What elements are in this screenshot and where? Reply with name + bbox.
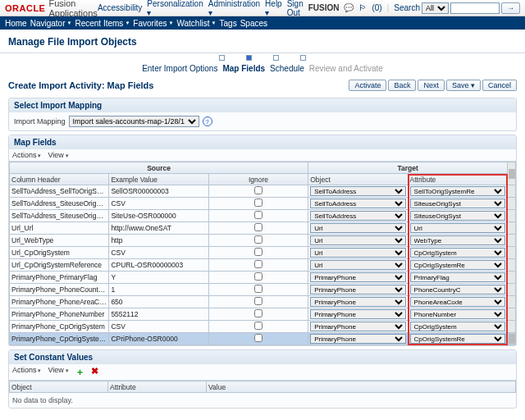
nav-favorites[interactable]: Favorites▼ [133, 19, 173, 28]
table-row[interactable]: SellToAddress_SiteuseOrigSystemCSVSellTo… [10, 198, 516, 210]
wiz-dot-2[interactable] [246, 55, 252, 61]
th-object[interactable]: Object [308, 174, 408, 185]
table-row[interactable]: SellToAddress_SiteuseOrigSystemRefSiteUs… [10, 210, 516, 222]
scroll-track[interactable] [508, 296, 516, 308]
scroll-track[interactable] [508, 185, 516, 198]
actions-menu[interactable]: Actions [12, 151, 41, 159]
cell-object[interactable]: Url [308, 222, 408, 235]
cell-attribute[interactable]: SiteuseOrigSyst [408, 210, 507, 222]
nav-tags[interactable]: Tags [220, 19, 237, 28]
search-input[interactable] [450, 2, 500, 14]
th-column-header[interactable]: Column Header [10, 174, 109, 185]
link-signout[interactable]: Sign Out [287, 0, 304, 17]
table-row[interactable]: Url_WebTypehttpUrlWebType [10, 235, 516, 247]
scroll-track[interactable] [508, 333, 516, 345]
cell-object[interactable]: PrimaryPhone [308, 284, 408, 296]
cell-object[interactable]: PrimaryPhone [308, 333, 408, 345]
scroll-track[interactable] [508, 259, 516, 272]
cell-object[interactable]: Url [308, 235, 408, 247]
cell-object[interactable]: SellToAddress [308, 198, 408, 210]
cell-object[interactable]: Url [308, 247, 408, 259]
cell-ignore[interactable] [208, 284, 308, 296]
cell-ignore[interactable] [208, 222, 308, 235]
help-icon[interactable]: ? [203, 116, 212, 126]
cell-attribute[interactable]: PrimaryFlag [408, 272, 507, 284]
flag-icon[interactable]: 🏳 [358, 3, 367, 12]
table-row[interactable]: PrimaryPhone_PhoneCountryCode1PrimaryPho… [10, 284, 516, 296]
import-mapping-select[interactable]: Import sales-accounts-map-1/28/1 [69, 116, 199, 127]
nav-watchlist[interactable]: Watchlist▼ [176, 19, 216, 28]
cell-ignore[interactable] [208, 321, 308, 333]
cell-ignore[interactable] [208, 259, 308, 272]
table-row[interactable]: PrimaryPhone_CpOrigSystemReferenceCPriPh… [10, 333, 516, 345]
cell-attribute[interactable]: SiteuseOrigSyst [408, 198, 507, 210]
const-actions-menu[interactable]: Actions [12, 366, 41, 378]
cell-ignore[interactable] [208, 308, 308, 321]
chat-icon[interactable]: 💬 [344, 3, 354, 12]
scrollbar[interactable] [508, 162, 516, 185]
table-row[interactable]: Url_Urlhttp://www.OneSATUrlUrl [10, 222, 516, 235]
cell-ignore[interactable] [208, 296, 308, 308]
const-th-attr[interactable]: Attribute [108, 381, 207, 393]
scroll-track[interactable] [508, 235, 516, 247]
th-example-value[interactable]: Example Value [109, 174, 208, 185]
const-th-object[interactable]: Object [10, 381, 108, 393]
search-scope[interactable]: All [422, 2, 449, 14]
view-menu[interactable]: View [48, 151, 68, 159]
back-button[interactable]: Back [388, 80, 416, 91]
table-row[interactable]: PrimaryPhone_PhoneNumber5552112PrimaryPh… [10, 308, 516, 321]
nav-spaces[interactable]: Spaces [240, 19, 267, 28]
cell-ignore[interactable] [208, 272, 308, 284]
cell-attribute[interactable]: PhoneAreaCode [408, 296, 507, 308]
wiz-dot-3[interactable] [273, 55, 279, 61]
activate-button[interactable]: Activate [349, 80, 386, 91]
save-button[interactable]: Save ▾ [446, 80, 481, 91]
scroll-track[interactable] [508, 272, 516, 284]
th-attribute[interactable]: Attribute [408, 174, 507, 185]
th-ignore[interactable]: Ignore [208, 174, 308, 185]
scroll-track[interactable] [508, 210, 516, 222]
nav-recent[interactable]: Recent Items▼ [75, 19, 130, 28]
cell-object[interactable]: Url [308, 259, 408, 272]
const-view-menu[interactable]: View [48, 366, 68, 378]
cell-attribute[interactable]: CpOrigSystemRe [408, 259, 507, 272]
cell-ignore[interactable] [208, 210, 308, 222]
cell-ignore[interactable] [208, 247, 308, 259]
scroll-track[interactable] [508, 198, 516, 210]
const-th-value[interactable]: Value [207, 381, 516, 393]
cell-attribute[interactable]: PhoneCountryC [408, 284, 507, 296]
cell-ignore[interactable] [208, 185, 308, 198]
wiz-step-schedule[interactable]: Schedule [270, 64, 304, 73]
add-icon[interactable]: ＋ [75, 366, 84, 378]
scroll-track[interactable] [508, 222, 516, 235]
link-administration[interactable]: Administration ▾ [208, 0, 260, 17]
cell-attribute[interactable]: CpOrigSystem [408, 321, 507, 333]
cell-attribute[interactable]: CpOrigSystem [408, 247, 507, 259]
cell-attribute[interactable]: SellToOrigSystemRe [408, 185, 507, 198]
cell-object[interactable]: SellToAddress [308, 210, 408, 222]
cell-ignore[interactable] [208, 198, 308, 210]
cell-object[interactable]: PrimaryPhone [308, 308, 408, 321]
table-row[interactable]: SellToAddress_SellToOrigSystemReferenceS… [10, 185, 516, 198]
wiz-step-mapfields[interactable]: Map Fields [222, 64, 265, 73]
cell-object[interactable]: PrimaryPhone [308, 296, 408, 308]
wiz-dot-1[interactable] [219, 55, 225, 61]
scroll-track[interactable] [508, 308, 516, 321]
cell-attribute[interactable]: Url [408, 222, 507, 235]
search-go-button[interactable]: → [501, 2, 520, 14]
wiz-step-options[interactable]: Enter Import Options [142, 64, 217, 73]
next-button[interactable]: Next [418, 80, 445, 91]
table-row[interactable]: Url_CpOrigSystemCSVUrlCpOrigSystem [10, 247, 516, 259]
link-personalization[interactable]: Personalization ▾ [147, 0, 203, 17]
cell-object[interactable]: PrimaryPhone [308, 321, 408, 333]
table-row[interactable]: PrimaryPhone_CpOrigSystemCSVPrimaryPhone… [10, 321, 516, 333]
table-row[interactable]: PrimaryPhone_PhoneAreaCode650PrimaryPhon… [10, 296, 516, 308]
scroll-track[interactable] [508, 321, 516, 333]
cell-attribute[interactable]: PhoneNumber [408, 308, 507, 321]
cell-ignore[interactable] [208, 235, 308, 247]
cell-attribute[interactable]: CpOrigSystemRe [408, 333, 507, 345]
scroll-track[interactable] [508, 284, 516, 296]
link-accessibility[interactable]: Accessibility [98, 3, 142, 12]
cancel-button[interactable]: Cancel [482, 80, 517, 91]
nav-navigator[interactable]: Navigator▼ [30, 19, 72, 28]
